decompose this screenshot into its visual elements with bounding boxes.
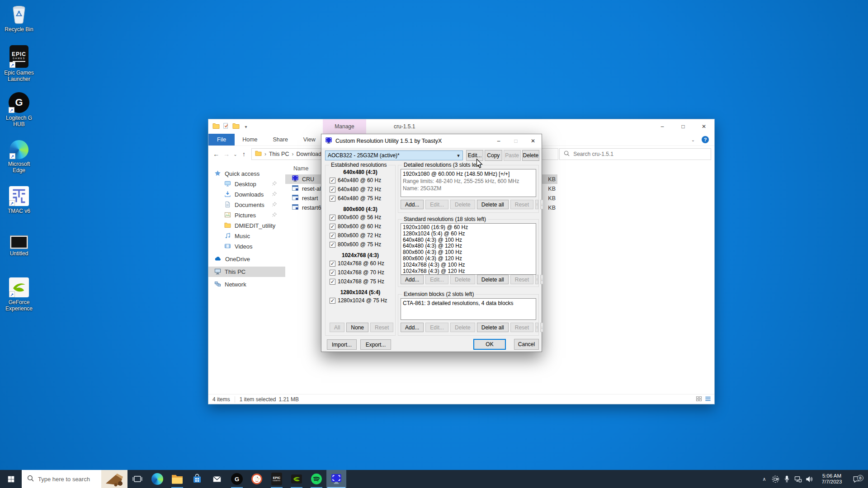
desktop-icon-microsoft-edge[interactable]: ↗ Microsoft Edge — [0, 140, 38, 174]
sidebar-item-dmiedit-utility[interactable]: DMIEDIT_utility — [208, 221, 285, 231]
established-resolution-checkbox[interactable]: ✓1024x768 @ 75 Hz — [330, 278, 395, 285]
delete-all-button[interactable]: Delete all — [477, 200, 509, 209]
breadcrumb-downloads[interactable]: Downloads — [296, 151, 324, 157]
taskbar-geforce-experience[interactable] — [287, 470, 307, 488]
close-button[interactable]: ✕ — [524, 134, 542, 148]
edit-button[interactable]: Edit... — [425, 275, 448, 284]
standard-resolution-row[interactable]: 868x488 (16:9) @ 60 Hz — [403, 225, 536, 231]
sidebar-item-pictures[interactable]: Pictures — [208, 210, 285, 221]
checkbox-checked-icon[interactable]: ✓ — [330, 224, 335, 230]
help-icon[interactable]: ? — [702, 136, 709, 143]
breadcrumb-this-pc[interactable]: This PC — [269, 151, 289, 157]
action-center-button[interactable]: 8 — [849, 475, 865, 483]
move-up-button[interactable]: ↑ — [535, 200, 538, 209]
standard-resolutions-listbox[interactable]: 868x488 (16:9) @ 60 Hz1280x1024 (5:4) … — [401, 223, 536, 275]
delete-all-button[interactable]: Delete all — [477, 323, 509, 332]
sidebar-item-music[interactable]: Music — [208, 231, 285, 241]
checkbox-checked-icon[interactable]: ✓ — [330, 178, 335, 183]
detailed-resolution-row[interactable]: Name: 25G3ZM — [403, 185, 536, 192]
cancel-button[interactable]: Cancel — [514, 339, 539, 350]
delete-button[interactable]: Delete — [450, 275, 475, 284]
paste-button[interactable]: Paste — [504, 150, 521, 161]
speaker-icon[interactable] — [804, 476, 815, 483]
established-resolution-checkbox[interactable]: ✓1024x768 @ 70 Hz — [330, 269, 395, 276]
taskbar-search-input[interactable] — [38, 476, 90, 483]
network-icon[interactable] — [793, 476, 804, 483]
detailed-resolution-row[interactable]: 868x488 @ 60.000 Hz (148.50 MHz) [+/+] — [403, 170, 536, 178]
minimize-button[interactable]: – — [652, 119, 673, 134]
search-input[interactable] — [573, 151, 707, 157]
reset-button[interactable]: Reset — [510, 275, 533, 284]
details-view-icon[interactable] — [704, 395, 712, 404]
move-down-button[interactable]: ↓ — [540, 200, 543, 209]
close-button[interactable]: ✕ — [693, 119, 714, 134]
standard-resolution-row[interactable]: 640x480 (4:3) @ 100 Hz — [403, 237, 536, 244]
tab-file[interactable]: File — [208, 134, 235, 145]
move-up-button[interactable]: ↑ — [535, 275, 538, 284]
taskbar-g-hub[interactable]: G — [227, 470, 247, 488]
copy-button[interactable]: Copy — [485, 150, 502, 161]
monitor-select-dropdown[interactable]: AOCB322 - 25G3ZM (active)* ▾ — [325, 150, 463, 160]
edit-button[interactable]: Edit... — [425, 323, 448, 332]
checkbox-checked-icon[interactable]: ✓ — [330, 261, 335, 267]
delete-button[interactable]: Delete — [450, 200, 475, 209]
breadcrumb-chevron-icon[interactable]: › — [264, 151, 266, 157]
tab-home[interactable]: Home — [235, 134, 265, 145]
cru-titlebar[interactable]: Custom Resolution Utility 1.5.1 by Toast… — [321, 134, 542, 148]
taskbar-epic-games[interactable]: EPICGAMES — [267, 470, 287, 488]
checkbox-checked-icon[interactable]: ✓ — [330, 233, 335, 239]
desktop-icon-recycle-bin[interactable]: Recycle Bin — [0, 5, 38, 33]
established-resolution-checkbox[interactable]: ✓640x480 @ 75 Hz — [330, 195, 395, 202]
breadcrumb-chevron-icon[interactable]: › — [292, 151, 293, 157]
taskbar-search[interactable] — [22, 470, 127, 488]
microphone-icon[interactable] — [781, 475, 793, 483]
established-resolution-checkbox[interactable]: ✓800x600 @ 72 Hz — [330, 232, 395, 239]
standard-resolution-row[interactable]: 1024x768 (4:3) @ 120 Hz — [403, 268, 536, 275]
up-icon[interactable]: ↑ — [239, 150, 249, 158]
recent-locations-icon[interactable]: ⌄ — [232, 152, 238, 157]
standard-resolution-row[interactable]: 800x600 (4:3) @ 100 Hz — [403, 249, 536, 256]
desktop-icon-logitech-g-hub[interactable]: G ↗ Logitech G HUB — [0, 92, 38, 127]
move-down-button[interactable]: ↓ — [540, 275, 543, 284]
detailed-resolutions-listbox[interactable]: 868x488 @ 60.000 Hz (148.50 MHz) [+/+]… — [401, 169, 536, 197]
checkbox-checked-icon[interactable]: ✓ — [330, 279, 335, 285]
hidden-icons-chevron[interactable]: ∧ — [759, 476, 770, 482]
established-resolution-checkbox[interactable]: ✓800x600 @ 56 Hz — [330, 214, 395, 221]
back-icon[interactable]: ← — [212, 150, 221, 158]
sidebar-item-onedrive[interactable]: OneDrive — [208, 254, 285, 264]
export-button[interactable]: Export... — [360, 339, 391, 350]
sidebar-item-downloads[interactable]: Downloads — [208, 189, 285, 200]
sidebar-item-desktop[interactable]: Desktop — [208, 179, 285, 189]
established-resolution-checkbox[interactable]: ✓1024x768 @ 60 Hz — [330, 260, 395, 267]
add-button[interactable]: Add... — [401, 275, 424, 284]
search-highlight-image[interactable] — [101, 470, 127, 488]
desktop-icon-untitled[interactable]: Untitled — [0, 236, 38, 257]
forward-icon[interactable]: → — [222, 150, 231, 158]
checkbox-checked-icon[interactable]: ✓ — [330, 196, 335, 202]
tab-view[interactable]: View — [296, 134, 323, 145]
taskbar-cru[interactable] — [326, 470, 346, 488]
extension-block-row[interactable]: CTA-861: 3 detailed resolutions, 4 data … — [403, 300, 536, 307]
delete-button[interactable]: Delete — [522, 150, 539, 161]
new-folder-icon[interactable] — [232, 123, 240, 131]
none-button[interactable]: None — [346, 323, 368, 332]
folder-icon[interactable] — [212, 123, 220, 131]
tab-share[interactable]: Share — [265, 134, 296, 145]
taskbar-clock[interactable]: 5:06 AM 7/7/2023 — [817, 473, 847, 485]
edit-button[interactable]: Edit... — [425, 200, 448, 209]
taskbar-microsoft-store[interactable] — [187, 470, 207, 488]
taskbar-duckduckgo[interactable] — [247, 470, 267, 488]
sidebar-item-quick-access[interactable]: Quick access — [208, 169, 285, 179]
desktop-icon-tmac-v6[interactable]: ↗ TMAC v6 — [0, 186, 38, 214]
start-button[interactable] — [0, 470, 22, 488]
manage-contextual-tab[interactable]: Manage — [323, 119, 366, 134]
move-down-button[interactable]: ↓ — [540, 323, 543, 332]
established-resolution-checkbox[interactable]: ✓800x600 @ 75 Hz — [330, 241, 395, 248]
delete-all-button[interactable]: Delete all — [477, 275, 509, 284]
sidebar-item-network[interactable]: Network — [208, 279, 285, 290]
explorer-search[interactable] — [559, 148, 711, 160]
taskbar-spotify[interactable] — [307, 470, 326, 488]
delete-button[interactable]: Delete — [450, 323, 475, 332]
standard-resolution-row[interactable]: 1024x768 (4:3) @ 100 Hz — [403, 262, 536, 268]
sidebar-item-this-pc[interactable]: This PC — [208, 267, 285, 277]
